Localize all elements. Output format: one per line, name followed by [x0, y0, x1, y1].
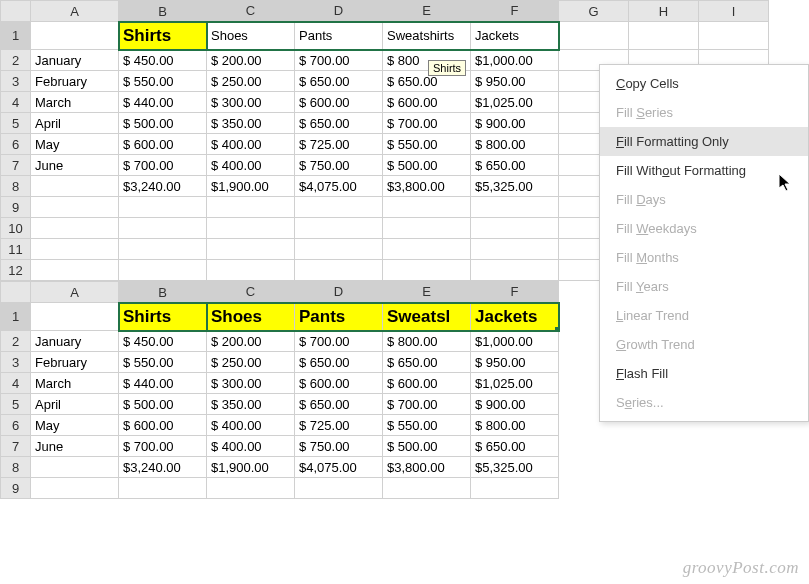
cell[interactable]: $ 750.00	[295, 436, 383, 457]
cell-month[interactable]: January	[31, 50, 119, 71]
cell-month[interactable]: June	[31, 436, 119, 457]
row-header-2[interactable]: 2	[1, 331, 31, 352]
cell[interactable]	[559, 22, 629, 50]
cell[interactable]: $4,075.00	[295, 176, 383, 197]
cell[interactable]: $ 350.00	[207, 394, 295, 415]
cell[interactable]: $ 650.00	[471, 155, 559, 176]
cell[interactable]: $ 950.00	[471, 71, 559, 92]
cell[interactable]: $ 400.00	[207, 415, 295, 436]
cell[interactable]: $ 450.00	[119, 331, 207, 352]
cell[interactable]	[471, 239, 559, 260]
cell[interactable]	[31, 22, 119, 50]
row-header-1[interactable]: 1	[1, 303, 31, 331]
cell-month[interactable]: February	[31, 352, 119, 373]
cell[interactable]	[119, 260, 207, 281]
cell[interactable]: $1,000.00	[471, 50, 559, 71]
cell[interactable]: $ 650.00	[295, 394, 383, 415]
cell[interactable]: $ 250.00	[207, 352, 295, 373]
col-header-I[interactable]: I	[699, 1, 769, 22]
cell[interactable]: $3,800.00	[383, 457, 471, 478]
col-header-F[interactable]: F	[471, 282, 559, 303]
cell[interactable]: $ 900.00	[471, 113, 559, 134]
cell[interactable]: $ 200.00	[207, 50, 295, 71]
cell[interactable]: $ 300.00	[207, 373, 295, 394]
cell[interactable]: $ 200.00	[207, 331, 295, 352]
menu-item-fill-without-formatting[interactable]: Fill Without Formatting	[600, 156, 808, 185]
row-header-10[interactable]: 10	[1, 218, 31, 239]
cell-header-shirts[interactable]: Shirts	[119, 303, 207, 331]
cell[interactable]	[471, 260, 559, 281]
cell[interactable]: $ 750.00	[295, 155, 383, 176]
bottom-grid[interactable]: A B C D E F 1 Shirts Shoes Pants Sweatsl…	[0, 281, 560, 499]
row-header-5[interactable]: 5	[1, 113, 31, 134]
cell[interactable]	[383, 478, 471, 499]
cell[interactable]: $ 400.00	[207, 155, 295, 176]
cell[interactable]	[119, 218, 207, 239]
cell-month[interactable]: January	[31, 331, 119, 352]
cell[interactable]: $ 725.00	[295, 415, 383, 436]
menu-item-fill-formatting-only[interactable]: Fill Formatting Only	[600, 127, 808, 156]
cell[interactable]	[629, 22, 699, 50]
cell-header-pants[interactable]: Pants	[295, 303, 383, 331]
cell-header-shoes[interactable]: Shoes	[207, 303, 295, 331]
cell[interactable]: $5,325.00	[471, 176, 559, 197]
cell[interactable]	[699, 22, 769, 50]
col-header-B[interactable]: B	[119, 282, 207, 303]
cell-month[interactable]: May	[31, 415, 119, 436]
col-header-G[interactable]: G	[559, 1, 629, 22]
cell-header-shirts[interactable]: Shirts	[119, 22, 207, 50]
cell[interactable]: $1,025.00	[471, 373, 559, 394]
cell[interactable]	[207, 197, 295, 218]
cell[interactable]: $ 700.00	[119, 436, 207, 457]
cell-month[interactable]: March	[31, 373, 119, 394]
cell[interactable]	[31, 197, 119, 218]
cell[interactable]	[383, 239, 471, 260]
col-header-D[interactable]: D	[295, 282, 383, 303]
cell[interactable]: $ 400.00	[207, 436, 295, 457]
row-header-9[interactable]: 9	[1, 197, 31, 218]
cell[interactable]: $ 550.00	[119, 352, 207, 373]
cell[interactable]: $ 725.00	[295, 134, 383, 155]
select-all-corner[interactable]	[1, 282, 31, 303]
cell[interactable]: $ 600.00	[295, 373, 383, 394]
row-header-8[interactable]: 8	[1, 176, 31, 197]
cell[interactable]: $ 440.00	[119, 92, 207, 113]
cell[interactable]	[295, 478, 383, 499]
cell[interactable]: $ 650.00	[295, 71, 383, 92]
cell-month[interactable]: May	[31, 134, 119, 155]
cell[interactable]	[31, 478, 119, 499]
cell[interactable]: $ 500.00	[383, 155, 471, 176]
col-header-C[interactable]: C	[207, 1, 295, 22]
cell[interactable]: $ 800.00	[471, 134, 559, 155]
cell-header-sweatshirts[interactable]: Sweatsl	[383, 303, 471, 331]
cell[interactable]: $3,800.00	[383, 176, 471, 197]
cell[interactable]: $ 550.00	[119, 71, 207, 92]
row-header-4[interactable]: 4	[1, 92, 31, 113]
cell[interactable]: $ 700.00	[383, 394, 471, 415]
cell-header-jackets[interactable]: Jackets	[471, 22, 559, 50]
cell[interactable]: $ 500.00	[119, 394, 207, 415]
cell-header-shoes[interactable]: Shoes	[207, 22, 295, 50]
cell-header-sweatshirts[interactable]: Sweatshirts	[383, 22, 471, 50]
cell[interactable]: $ 600.00	[119, 134, 207, 155]
cell[interactable]: $4,075.00	[295, 457, 383, 478]
cell[interactable]: $ 650.00	[295, 113, 383, 134]
cell-month[interactable]: April	[31, 113, 119, 134]
cell[interactable]	[471, 218, 559, 239]
cell[interactable]	[295, 260, 383, 281]
row-header-3[interactable]: 3	[1, 71, 31, 92]
cell-month[interactable]: April	[31, 394, 119, 415]
cell-month[interactable]	[31, 176, 119, 197]
cell[interactable]: $ 600.00	[383, 92, 471, 113]
cell[interactable]: $ 800.00	[471, 415, 559, 436]
cell[interactable]: $ 700.00	[295, 50, 383, 71]
select-all-corner[interactable]	[1, 1, 31, 22]
row-header-6[interactable]: 6	[1, 415, 31, 436]
cell[interactable]: $ 500.00	[119, 113, 207, 134]
cell-header-pants[interactable]: Pants	[295, 22, 383, 50]
row-header-6[interactable]: 6	[1, 134, 31, 155]
cell[interactable]	[383, 197, 471, 218]
col-header-F[interactable]: F	[471, 1, 559, 22]
cell-month[interactable]: February	[31, 71, 119, 92]
menu-item-flash-fill[interactable]: Flash Fill	[600, 359, 808, 388]
